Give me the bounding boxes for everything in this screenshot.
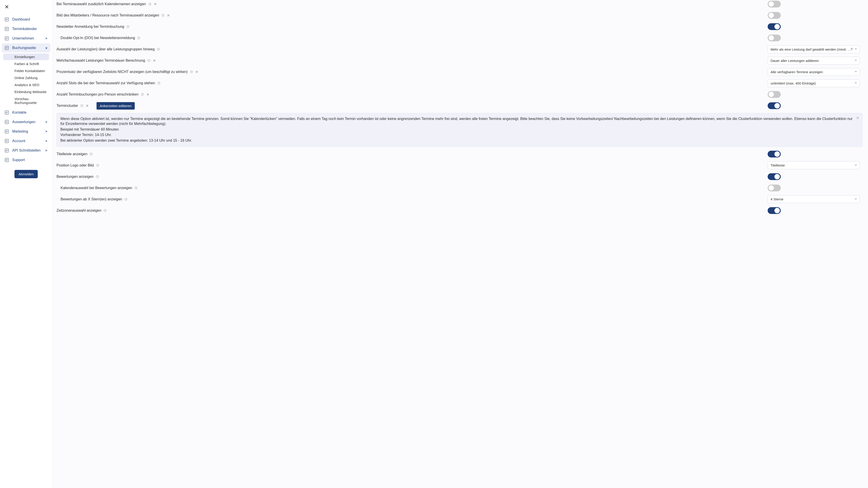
row-reviews-cal: Kalenderauswahl bei Bewertungen anzeigen [57, 184, 863, 192]
select-service-across-groups[interactable]: Mehr als eine Leistung darf gewählt werd… [768, 45, 860, 53]
sliders-icon[interactable] [167, 14, 170, 17]
toggle-reviews[interactable] [768, 173, 781, 180]
sidebar-item-label: Dashboard [12, 18, 48, 22]
help-icon[interactable] [190, 70, 193, 73]
sidebar: Dashboard Terminkalender Unternehmen > B… [0, 0, 53, 488]
account-icon [4, 138, 9, 144]
select-reviews-min-stars[interactable]: 4 Sterne [768, 195, 860, 203]
row-multi-duration: Mehrfachauswahl Leistungen Termindauer B… [57, 57, 863, 65]
chevron-right-icon: > [45, 139, 48, 143]
sliders-icon[interactable] [146, 93, 149, 96]
sidebar-item-buchungsseite[interactable]: Buchungsseite v [2, 43, 51, 53]
chevron-down-icon [854, 70, 857, 74]
subnav-item-farben-schrift[interactable]: Farben & Schrift [3, 61, 49, 67]
help-icon[interactable] [157, 82, 160, 85]
chevron-right-icon: > [45, 120, 48, 124]
row-limit-per-person: Anzahl Terminbuchungen pro Person einsch… [57, 90, 863, 98]
help-icon[interactable] [80, 104, 84, 107]
toggle-timezone[interactable] [768, 207, 781, 214]
select-value: Alle verfügbaren Termine anzeigen [771, 70, 823, 74]
toggle-title-bar[interactable] [768, 151, 781, 158]
close-callout-button[interactable] [855, 116, 860, 121]
setting-label: Prozentsatz der verfügbaren Zeitslots NI… [57, 70, 188, 74]
subnav-item-analytics-seo[interactable]: Analytics & SEO [3, 82, 49, 88]
main-content: Bei Terminauswahl zusätzlich Kalendernam… [53, 0, 868, 488]
help-icon[interactable] [161, 14, 164, 17]
sidebar-item-auswertungen[interactable]: Auswertungen > [2, 118, 51, 127]
toggle-employee-image[interactable] [768, 12, 781, 19]
sidebar-item-label: Buchungsseite [12, 46, 43, 50]
select-multi-duration[interactable]: Dauer aller Leistungen addieren [768, 57, 860, 65]
marketing-icon [4, 129, 9, 134]
sidebar-item-support[interactable]: Support [2, 156, 51, 164]
subnav-item-online-zahlung[interactable]: Online Zahlung [3, 74, 49, 81]
select-hide-slots-pct[interactable]: Alle verfügbaren Termine anzeigen [768, 68, 860, 76]
setting-label: Bewertungen anzeigen [57, 175, 94, 179]
subnav-item-vorschau-buchungsseite[interactable]: Vorschau Buchungsseite [3, 96, 49, 106]
toggle-limit-per-person[interactable] [768, 91, 781, 98]
row-title-bar: Titelleiste anzeigen [57, 150, 863, 158]
setting-label: Bewertungen ab X Stern(en) anzeigen [61, 197, 122, 201]
row-slot-count: Anzahl Slots die bei der Terminauswahl z… [57, 79, 863, 87]
select-logo-position[interactable]: Titelleiste [768, 161, 860, 169]
sidebar-item-marketing[interactable]: Marketing > [2, 127, 51, 136]
callout-text: Bei aktivierter Option werden zwei Termi… [60, 138, 853, 143]
calendar-icon [4, 26, 9, 32]
chevron-down-icon [854, 47, 857, 51]
close-icon [4, 4, 9, 9]
help-icon[interactable] [148, 2, 151, 6]
callout-text: Beispiel mit Termindauer 60 Minuten [60, 127, 853, 132]
subnav-item-einstellungen[interactable]: Einstellungen [3, 54, 49, 60]
api-icon [4, 148, 9, 153]
toggle-cal-name-on-select[interactable] [768, 1, 781, 7]
subnav-item-felder-kontaktdaten[interactable]: Felder Kontaktdaten [3, 68, 49, 74]
select-value: Mehr als eine Leistung darf gewählt werd… [771, 47, 851, 51]
toggle-doi[interactable] [768, 35, 781, 41]
toggle-termincluster[interactable] [768, 102, 781, 109]
help-icon[interactable] [141, 93, 144, 96]
setting-label: Double-Opt-In (DOI) bei Newsletteranmeld… [61, 36, 135, 40]
help-icon[interactable] [96, 175, 99, 178]
sidebar-item-kontakte[interactable]: Kontakte [2, 108, 51, 117]
select-slot-count[interactable]: unlimitiert (max. 400 Einträge) [768, 79, 860, 87]
edit-anchor-times-button[interactable]: Ankerzeiten editieren [96, 102, 135, 109]
help-icon[interactable] [96, 164, 99, 167]
logout-button[interactable]: Abmelden [14, 170, 38, 178]
sidebar-item-unternehmen[interactable]: Unternehmen > [2, 34, 51, 43]
sidebar-item-api-schnittstellen[interactable]: API Schnittstellen > [2, 146, 51, 155]
setting-label: Anzahl Terminbuchungen pro Person einsch… [57, 92, 138, 96]
setting-label: Zeitzonenauswahl anzeigen [57, 208, 101, 213]
sliders-icon[interactable] [86, 104, 89, 107]
clear-select-icon[interactable] [850, 47, 853, 51]
toggle-reviews-cal[interactable] [768, 185, 781, 191]
sidebar-item-account[interactable]: Account > [2, 136, 51, 145]
setting-label: Titelleiste anzeigen [57, 152, 87, 156]
close-menu-button[interactable] [2, 2, 11, 11]
reports-icon [4, 119, 9, 125]
sidebar-item-terminkalender[interactable]: Terminkalender [2, 24, 51, 33]
sidebar-item-dashboard[interactable]: Dashboard [2, 15, 51, 24]
help-icon[interactable] [147, 59, 151, 62]
booking-page-icon [4, 45, 9, 51]
contacts-icon [4, 110, 9, 115]
help-icon[interactable] [103, 209, 107, 212]
sliders-icon[interactable] [154, 2, 157, 6]
sliders-icon[interactable] [153, 59, 156, 62]
row-reviews-min-stars: Bewertungen ab X Stern(en) anzeigen 4 St… [57, 195, 863, 203]
help-icon[interactable] [124, 198, 127, 201]
sidebar-item-label: API Schnittstellen [12, 149, 43, 153]
help-icon[interactable] [157, 48, 160, 51]
help-icon[interactable] [134, 186, 138, 190]
help-icon[interactable] [137, 36, 141, 39]
help-icon[interactable] [126, 25, 129, 28]
sliders-icon[interactable] [195, 70, 198, 73]
chevron-down-icon: v [45, 46, 48, 50]
help-icon[interactable] [90, 153, 93, 156]
chevron-down-icon [854, 59, 857, 63]
sidebar-item-label: Auswertungen [12, 120, 43, 124]
dashboard-icon [4, 17, 9, 22]
subnav-item-einbindung-webseite[interactable]: Einbindung Webseite [3, 89, 49, 95]
main-nav: Dashboard Terminkalender Unternehmen > B… [2, 15, 51, 164]
close-icon [856, 116, 859, 120]
toggle-newsletter[interactable] [768, 23, 781, 30]
